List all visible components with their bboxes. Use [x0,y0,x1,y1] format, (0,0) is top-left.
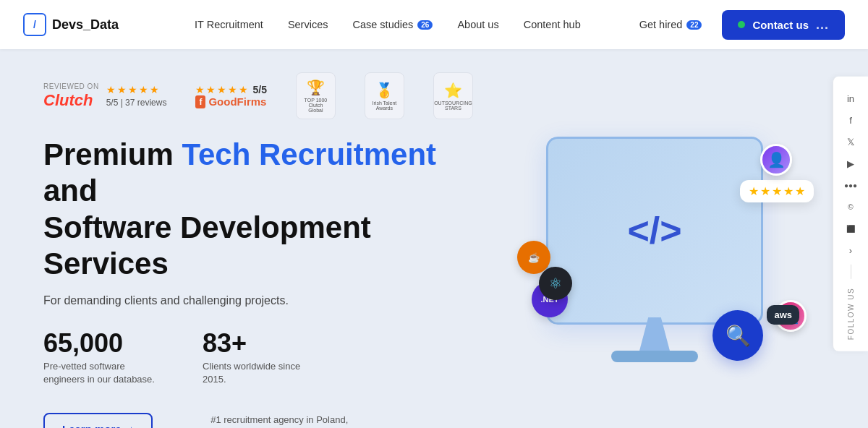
chevron-icon[interactable]: › [841,240,861,260]
float-stars: ★ ★ ★ ★ ★ [740,180,814,202]
award-outsourcing-stars: ⭐ OUTSOURCINGSTARS [433,72,473,119]
stat-clients: 83+ Clients worldwide since 2015. [203,329,318,387]
medium-icon[interactable]: ●●● [841,175,861,195]
monitor-illustration: </> ★ ★ ★ ★ ★ 👤 👤 aws ☕ .NET ⚛ 🔍 [517,137,807,390]
goodfirms-logo: f GoodFirms [195,95,266,108]
stats-row: 65,000 Pre-vetted software engineers in … [43,329,477,387]
get-hired-button[interactable]: Get hired 22 [628,13,714,36]
nav-right: Get hired 22 Contact us ... [628,10,845,40]
nav-item-about[interactable]: About us [447,13,509,36]
hero-section: Premium Tech Recruitment and Software De… [43,137,825,428]
clutch-rating-info: ★ ★ ★ ★ ★ 5/5 | 37 reviews [106,84,167,108]
logo-icon: / [23,13,46,36]
follow-us-label: Follow us [847,288,855,340]
award-talent: 🥇 Irish TalentAwards [365,72,404,119]
main-content: REVIEWED ON Clutch ★ ★ ★ ★ ★ 5/5 | 37 re… [0,49,868,428]
stat-engineers-desc: Pre-vetted software engineers in our dat… [43,360,159,386]
agency-note: #1 recruitment agency in Poland, Eastern… [210,413,355,428]
stat-engineers-number: 65,000 [43,329,159,358]
nav-item-content-hub[interactable]: Content hub [514,13,591,36]
learn-more-button[interactable]: Learn more ↓ [43,413,153,428]
hero-title: Premium Tech Recruitment and Software De… [43,137,477,283]
clutch-reviewed-label: REVIEWED ON Clutch [43,82,99,110]
logo[interactable]: / Devs_Data [23,13,119,36]
clutch-social-icon[interactable]: ⬛ [841,218,861,239]
case-studies-badge: 26 [417,20,433,30]
navbar: / Devs_Data IT Recruitment Services Case… [0,0,868,49]
get-hired-badge: 22 [686,20,702,30]
float-react-badge: ⚛ [539,267,572,300]
crunchbase-icon[interactable]: © [841,197,861,217]
goodfirms-badge: ★ ★ ★ ★ ★ 5/5 f GoodFirms [195,84,266,108]
hero-subtitle: For demanding clients and challenging pr… [43,294,477,307]
nav-item-recruitment[interactable]: IT Recruitment [184,13,273,36]
nav-item-services[interactable]: Services [278,13,339,36]
code-tag-icon: </> [627,209,681,252]
social-divider [851,265,851,279]
float-aws-badge: aws [767,305,799,325]
clutch-logo: Clutch [43,91,99,110]
linkedin-icon[interactable]: in [841,88,861,108]
hero-left: Premium Tech Recruitment and Software De… [43,137,477,428]
clutch-rating-text: 5/5 | 37 reviews [106,98,167,108]
social-rail: in f 𝕏 ▶ ●●● © ⬛ › Follow us [833,77,868,351]
person-avatar-1: 👤 [760,144,792,176]
goodfirms-stars: ★ ★ ★ ★ ★ 5/5 [195,84,266,95]
youtube-icon[interactable]: ▶ [841,153,861,174]
twitter-x-icon[interactable]: 𝕏 [841,132,861,152]
logo-text: Devs_Data [52,17,119,33]
monitor-base [611,351,698,362]
stat-clients-number: 83+ [203,329,318,358]
hero-image: </> ★ ★ ★ ★ ★ 👤 👤 aws ☕ .NET ⚛ 🔍 [506,137,817,390]
nav-item-case-studies[interactable]: Case studies 26 [342,13,443,36]
bottom-row: Learn more ↓ #1 recruitment agency in Po… [43,413,477,428]
award-clutch-global: 🏆 TOP 1000ClutchGlobal [296,72,336,119]
contact-us-button[interactable]: Contact us ... [722,10,845,40]
facebook-icon[interactable]: f [841,110,861,130]
badges-row: REVIEWED ON Clutch ★ ★ ★ ★ ★ 5/5 | 37 re… [43,64,825,119]
stat-clients-desc: Clients worldwide since 2015. [203,360,318,386]
stat-engineers: 65,000 Pre-vetted software engineers in … [43,329,159,387]
contact-dots: ... [816,17,829,33]
clutch-badge: REVIEWED ON Clutch ★ ★ ★ ★ ★ 5/5 | 37 re… [43,82,166,110]
clutch-stars: ★ ★ ★ ★ ★ [106,84,167,95]
online-dot [738,21,745,28]
nav-center: IT Recruitment Services Case studies 26 … [148,13,628,36]
search-icon-float: 🔍 [712,310,763,361]
monitor-screen: </> [546,137,763,325]
